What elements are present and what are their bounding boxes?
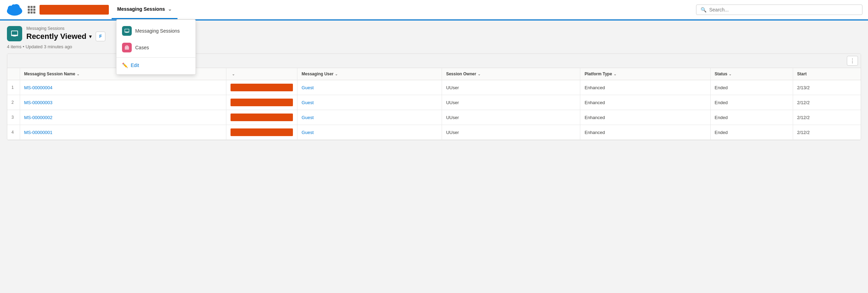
cell-status: Ended [710,110,793,125]
dropdown-label-messaging: Messaging Sessions [135,28,180,34]
dropdown-item-cases[interactable]: Cases [116,39,196,56]
cell-redbar [226,125,297,140]
red-bar-indicator [231,114,293,121]
cell-row-num: 1 [7,80,20,95]
svg-rect-7 [125,29,129,32]
cell-platform-type: Enhanced [580,80,710,95]
cell-start: 2/12/2 [793,95,861,110]
page-title: Recently Viewed ▾ F [26,32,105,41]
svg-rect-8 [126,32,128,33]
nav-dropdown-menu: Messaging Sessions Cases ✏️ Edit [116,19,196,75]
col-header-redbar: ⌄ [226,68,297,80]
messaging-user-link[interactable]: Guest [302,130,314,135]
cell-platform-type: Enhanced [580,95,710,110]
cell-status: Ended [710,125,793,140]
cell-messaging-user: Guest [297,110,442,125]
salesforce-logo[interactable] [6,3,24,16]
table-row: 2 MS-00000003 Guest UUser Enhanced Ended… [7,95,861,110]
table-row: 1 MS-00000004 Guest UUser Enhanced Ended… [7,80,861,95]
apps-icon[interactable] [28,6,35,14]
cell-session-owner: UUser [442,95,580,110]
cell-platform-type: Enhanced [580,110,710,125]
page-title-dropdown-arrow[interactable]: ▾ [89,34,92,39]
sort-icon-redbar[interactable]: ⌄ [232,72,235,76]
session-name-link[interactable]: MS-00000003 [24,100,53,105]
session-name-link[interactable]: MS-00000004 [24,85,53,90]
edit-pencil-icon: ✏️ [122,62,128,68]
red-bar-indicator [231,99,293,106]
dropdown-edit-item[interactable]: ✏️ Edit [116,59,196,72]
cell-row-num: 4 [7,125,20,140]
pin-button[interactable]: F [96,32,105,41]
nav-tabs: Messaging Sessions ⌄ [112,0,696,19]
cell-session-name: MS-00000001 [20,125,226,140]
dropdown-edit-label: Edit [131,62,139,68]
svg-rect-12 [126,46,128,47]
messaging-sessions-tab[interactable]: Messaging Sessions ⌄ [112,0,177,19]
search-container: 🔍 [696,5,862,15]
cell-status: Ended [710,80,793,95]
tab-chevron-icon: ⌄ [168,6,172,12]
page-title-area: Messaging Sessions Recently Viewed ▾ F [26,26,105,41]
red-bar-indicator [231,128,293,136]
svg-rect-15 [13,35,16,36]
sort-icon-name[interactable]: ⌄ [77,72,79,76]
table-row: 3 MS-00000002 Guest UUser Enhanced Ended… [7,110,861,125]
dropdown-item-messaging-sessions[interactable]: Messaging Sessions [116,23,196,39]
cell-session-owner: UUser [442,110,580,125]
col-header-platform-type: Platform Type ⌄ [580,68,710,80]
messaging-user-link[interactable]: Guest [302,100,314,105]
messaging-sessions-menu-icon [122,26,132,36]
col-header-num [7,68,20,80]
red-bar-indicator [231,84,293,91]
cell-row-num: 3 [7,110,20,125]
app-launcher-bar[interactable] [40,5,109,15]
sort-icon-status[interactable]: ⌄ [729,72,731,76]
sort-icon-user[interactable]: ⌄ [335,72,338,76]
cell-session-name: MS-00000004 [20,80,226,95]
svg-rect-10 [125,47,129,50]
cell-session-owner: UUser [442,125,580,140]
svg-rect-14 [12,31,17,35]
svg-point-5 [11,4,16,9]
messaging-user-link[interactable]: Guest [302,115,314,120]
search-icon: 🔍 [701,7,706,12]
search-input[interactable] [709,7,858,12]
col-header-status: Status ⌄ [710,68,793,80]
cell-start: 2/12/2 [793,110,861,125]
col-header-start: Start [793,68,861,80]
cell-platform-type: Enhanced [580,125,710,140]
page-object-icon [7,26,22,41]
session-name-link[interactable]: MS-00000001 [24,130,53,135]
cell-messaging-user: Guest [297,80,442,95]
top-navigation: Messaging Sessions ⌄ 🔍 [0,0,868,19]
dropdown-divider [116,57,196,58]
dropdown-label-cases: Cases [135,45,149,50]
page-title-text: Recently Viewed [26,32,86,41]
messaging-user-link[interactable]: Guest [302,85,314,90]
cell-messaging-user: Guest [297,95,442,110]
col-header-messaging-user: Messaging User ⌄ [297,68,442,80]
cell-redbar [226,110,297,125]
cell-row-num: 2 [7,95,20,110]
cell-start: 2/12/2 [793,125,861,140]
cell-session-name: MS-00000002 [20,110,226,125]
table-row: 4 MS-00000001 Guest UUser Enhanced Ended… [7,125,861,140]
session-name-link[interactable]: MS-00000002 [24,115,53,120]
sort-icon-platform[interactable]: ⌄ [614,72,616,76]
page-object-type: Messaging Sessions [26,26,105,31]
col-header-session-owner: Session Owner ⌄ [442,68,580,80]
sessions-table: Messaging Session Name ⌄ ⌄ Messaging Use… [7,68,861,140]
search-box: 🔍 [696,5,862,15]
cell-redbar [226,80,297,95]
table-view-toggle-button[interactable]: ⋮ [847,56,858,66]
cell-session-owner: UUser [442,80,580,95]
table-body: 1 MS-00000004 Guest UUser Enhanced Ended… [7,80,861,140]
cell-session-name: MS-00000003 [20,95,226,110]
sort-icon-owner[interactable]: ⌄ [478,72,480,76]
cell-status: Ended [710,95,793,110]
cases-menu-icon [122,43,132,52]
cell-start: 2/13/2 [793,80,861,95]
cell-messaging-user: Guest [297,125,442,140]
cell-redbar [226,95,297,110]
